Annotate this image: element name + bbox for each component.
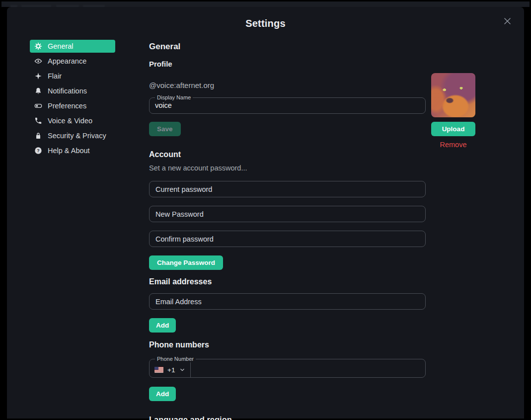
save-button[interactable]: Save [149,122,181,136]
sparkle-icon [34,72,42,80]
profile-section-heading: Profile [149,60,426,68]
sidebar-item-voice-video[interactable]: Voice & Video [30,114,115,127]
question-icon: ? [34,147,42,155]
phone-number-label: Phone Number [155,356,196,362]
phone-number-input[interactable] [191,363,420,377]
current-password-input[interactable] [149,181,426,197]
sidebar-item-label: Appearance [48,57,86,65]
sidebar-item-help-about[interactable]: ? Help & About [30,144,115,157]
add-email-button[interactable]: Add [149,318,176,333]
sidebar-item-label: Voice & Video [48,117,92,125]
toggle-icon [34,102,42,110]
sidebar-item-label: Flair [48,72,62,80]
remove-avatar-link[interactable]: Remove [440,141,467,149]
sidebar-item-label: Security & Privacy [48,132,106,140]
sidebar-item-general[interactable]: General [30,40,115,53]
password-helper-text: Set a new account password... [149,164,426,172]
add-phone-button[interactable]: Add [149,387,176,401]
new-password-input[interactable] [149,206,426,222]
email-section-heading: Email addresses [149,277,426,286]
upload-avatar-button[interactable]: Upload [431,122,475,136]
bell-icon [34,87,42,95]
dial-code: +1 [167,366,175,374]
confirm-password-input[interactable] [149,231,426,247]
phone-number-fieldset: Phone Number +1 [149,356,426,378]
settings-modal: Settings General [7,7,524,419]
close-button[interactable] [500,15,514,29]
sidebar-item-flair[interactable]: Flair [30,70,115,83]
display-name-input[interactable] [154,101,420,109]
language-section-heading: Language and region [149,415,426,420]
display-name-label: Display Name [155,94,193,100]
lock-icon [34,132,42,140]
user-id: @voice:afternet.org [149,81,426,89]
sidebar-item-security-privacy[interactable]: Security & Privacy [30,129,115,142]
sidebar-item-notifications[interactable]: Notifications [30,84,115,97]
modal-title: Settings [245,18,286,29]
panel-heading: General [149,42,426,52]
account-section-heading: Account [149,150,426,159]
settings-sidebar: General Appearance Flair [30,40,115,420]
modal-header: Settings [7,7,524,40]
gear-icon [34,42,42,50]
sidebar-item-preferences[interactable]: Preferences [30,99,115,112]
us-flag-icon [154,367,163,373]
background-page-strip [1,1,530,7]
sidebar-item-label: Help & About [48,147,90,155]
phone-icon [34,117,42,125]
sidebar-item-label: Preferences [48,102,86,110]
sidebar-item-label: General [48,42,74,50]
avatar [431,73,475,117]
sidebar-item-appearance[interactable]: Appearance [30,55,115,68]
close-icon [503,16,512,28]
chevron-down-icon[interactable] [179,366,186,373]
general-settings-panel: General Profile @voice:afternet.org Disp… [149,40,426,420]
avatar-column: Upload Remove [431,40,475,420]
phone-section-heading: Phone numbers [149,340,426,349]
eye-icon [34,57,42,65]
svg-text:?: ? [37,148,39,153]
email-address-input[interactable] [149,293,426,310]
sidebar-item-label: Notifications [48,87,87,95]
change-password-button[interactable]: Change Password [149,255,223,270]
display-name-fieldset: Display Name [149,94,426,114]
